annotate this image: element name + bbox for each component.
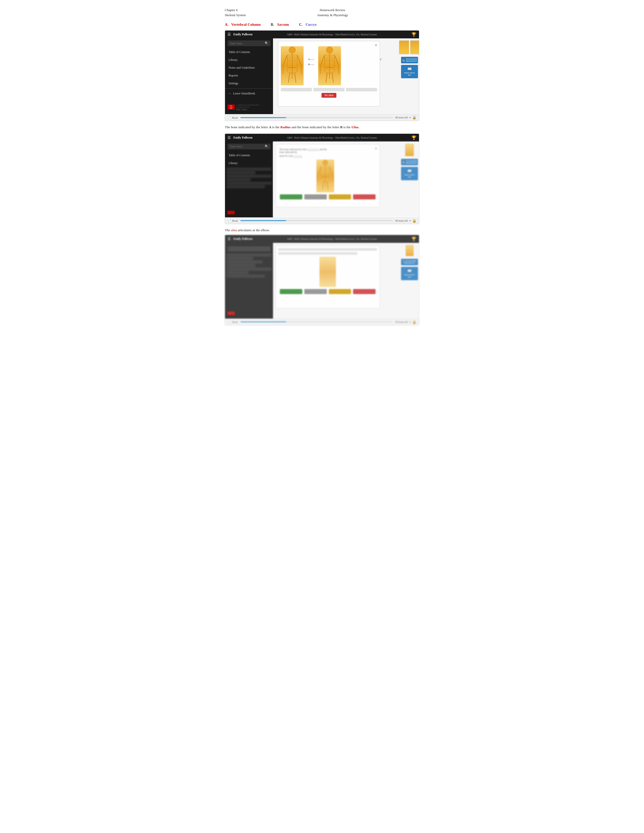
bottom-bar-3: 📄 Read 98 items left ● 🔒 [225, 318, 419, 325]
read-about-button-2[interactable]: 📖 Read about this [401, 167, 418, 180]
thumbnail-container [399, 40, 420, 54]
label-a-annotation: A —— [308, 58, 314, 61]
gray-btn-2[interactable] [304, 195, 327, 199]
green-btn-2[interactable] [280, 195, 302, 199]
sidebar-1: 🔍 Table of Contents Library Notes and Un… [225, 39, 273, 114]
small-skeleton-1 [399, 40, 409, 54]
bone-a-name: Radius [280, 125, 291, 129]
modal-2: × The bone indicated by lette and the bo… [275, 144, 380, 207]
read-mode-btn-3[interactable]: 📄 Read [227, 320, 238, 323]
section3-red: ulna [231, 228, 237, 232]
svg-line-38 [325, 170, 330, 170]
sidebar-item-toc-1[interactable]: Table of Contents [225, 48, 273, 56]
trophy-icon-2[interactable]: 🏆 [411, 135, 417, 140]
items-left-1: 98 items left [395, 116, 408, 119]
dot-indicator: ● [409, 116, 411, 119]
svg-line-10 [283, 55, 287, 65]
yellow-btn-2[interactable] [329, 195, 351, 199]
sidebar-item-settings-1[interactable]: Settings [225, 79, 273, 87]
trophy-icon-3[interactable]: 🏆 [411, 236, 417, 241]
sidebar-search-2[interactable]: 🔍 [227, 144, 270, 150]
red-btn-2[interactable] [353, 195, 375, 199]
app-body-3: 📚 SUGGESTED RESOURCES 📖 Read about this [225, 243, 419, 318]
app-frame-1: ☰ Emily Pallesen A&P - Hole's Human Anat… [225, 30, 419, 121]
modal-close-2[interactable]: × [375, 146, 377, 150]
letter-a-bold: A [269, 125, 272, 129]
sidebar-item-reports-1[interactable]: Reports [225, 72, 273, 79]
svg-line-5 [287, 60, 292, 61]
answer-c-container: C. Coccyx [299, 23, 317, 27]
svg-line-14 [288, 73, 290, 83]
lock-icon-3: 🔒 [412, 320, 417, 324]
yellow-btn-3[interactable] [329, 289, 351, 294]
bottom-bar-2: 📄 Read 98 items left ● 🔒 [225, 217, 419, 224]
svg-line-30 [326, 73, 327, 83]
header-left: Chapter 6 Skeletal System [225, 8, 246, 18]
svg-line-23 [330, 58, 335, 60]
svg-line-36 [321, 170, 325, 170]
chapter-label: Chapter 6 [225, 8, 246, 13]
hamburger-icon[interactable]: ☰ [227, 32, 231, 37]
terms-link[interactable]: Terms [236, 108, 240, 110]
app-topbar-3: ☰ Emily Pallesen A&P - Hole's Human Anat… [225, 235, 419, 243]
bone-b-name: Ulna [351, 125, 359, 129]
red-btn-3[interactable] [353, 289, 375, 294]
svg-line-26 [321, 55, 325, 65]
svg-line-31 [332, 73, 333, 83]
blurred-s3-3 [227, 261, 262, 264]
progress-bar-2 [240, 220, 393, 221]
read-about-button-3[interactable]: 📖 Read about this [401, 267, 418, 280]
label-b-annotation: B —— [308, 63, 314, 66]
leave-smartbook-1[interactable]: ← Leave SmartBook [225, 90, 273, 97]
svg-point-0 [289, 47, 295, 53]
blurred-s3-4 [227, 264, 255, 267]
progress-bar-1 [240, 117, 393, 118]
book-resource-icon: 📚 [402, 59, 405, 61]
gray-btn-3[interactable] [304, 289, 327, 294]
hamburger-icon-3[interactable]: ☰ [227, 237, 231, 241]
read-mode-btn-2[interactable]: 📄 Read [227, 219, 238, 222]
svg-line-29 [338, 65, 339, 74]
leave-label-1: Leave SmartBook [233, 92, 255, 95]
sidebar-2: 🔍 Table of Contents Library [225, 142, 273, 217]
label-a: A. Vertebral Column [225, 23, 261, 26]
small-skeleton-3 [405, 144, 414, 156]
svg-line-40 [318, 167, 321, 175]
content-line-2 [278, 252, 357, 255]
green-btn-3[interactable] [280, 289, 302, 294]
sidebar-footer-1: McGrawHill © 2020 McGraw-Hill EducationA… [225, 102, 273, 112]
search-input-2[interactable] [230, 145, 265, 148]
user-name-3: Emily Pallesen [233, 237, 253, 241]
mcgraw-logo-1: McGrawHill [227, 105, 235, 109]
section-3-text: The ulna articulates at the elbow. [225, 228, 419, 232]
course-label: Anatomy & Physiology [246, 13, 419, 18]
no-idea-button-1[interactable]: No idea [322, 93, 336, 98]
sidebar-item-toc-2[interactable]: Table of Contents [225, 151, 273, 159]
blurred-item-4 [227, 178, 251, 181]
suggested-panel-1: 📚 SUGGESTED RESOURCES 📖 Read about this [400, 39, 419, 114]
read-about-button-1[interactable]: 📖 Read about this [401, 65, 418, 78]
book-icon-2: 📖 [407, 169, 412, 173]
search-input-1[interactable] [230, 42, 265, 45]
modal-close-1[interactable]: × [375, 43, 377, 47]
privacy-link[interactable]: Privacy [242, 108, 247, 110]
trophy-icon-1[interactable]: 🏆 [411, 32, 417, 37]
sidebar-item-library-2[interactable]: Library [225, 159, 273, 167]
app-topbar-2: ☰ Emily Pallesen A&P - Hole's Human Anat… [225, 134, 419, 142]
mcgraw-logo-2 [227, 211, 235, 214]
user-name-2: Emily Pallesen [233, 136, 253, 140]
sidebar-item-library-1[interactable]: Library [225, 56, 273, 64]
svg-point-32 [323, 160, 328, 165]
sidebar-item-notes-1[interactable]: Notes and Underlines [225, 64, 273, 72]
svg-line-27 [320, 65, 321, 74]
sidebar-search-1[interactable]: 🔍 [227, 40, 270, 46]
blurred-item-2 [227, 171, 255, 174]
modal-skeleton-3 [278, 257, 377, 287]
hamburger-icon-2[interactable]: ☰ [227, 135, 231, 140]
svg-line-11 [283, 65, 283, 74]
content-area-2: × The bone indicated by lette and the bo… [273, 142, 400, 217]
suggested-header-box-1: 📚 SUGGESTED RESOURCES [401, 57, 418, 63]
read-mode-button[interactable]: 📄 Read [227, 116, 238, 119]
skeleton-front: A —— B —— [281, 46, 304, 85]
fill-in-text-2: letter B is the [278, 154, 377, 159]
